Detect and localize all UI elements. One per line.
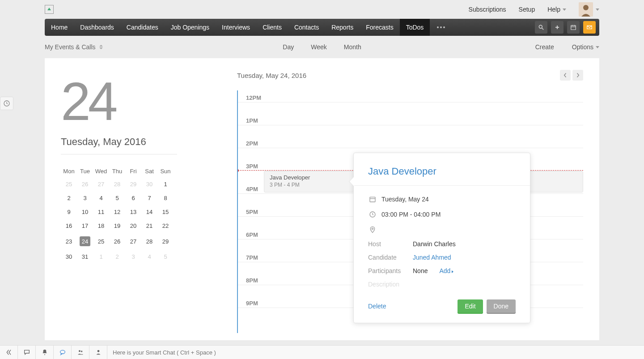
clock-icon (368, 210, 377, 219)
nav-item-dashboards[interactable]: Dashboards (74, 19, 120, 36)
calendar-day[interactable]: 2 (61, 191, 77, 205)
message-bubble-icon[interactable] (54, 346, 72, 359)
calendar-day[interactable]: 24 (77, 233, 93, 250)
view-month[interactable]: Month (344, 36, 361, 58)
calendar-day[interactable]: 22 (157, 219, 174, 233)
calendar-day[interactable]: 30 (61, 250, 77, 264)
description-label: Description (368, 281, 413, 288)
calendar-day[interactable]: 30 (141, 177, 157, 191)
nav-item-interviews[interactable]: Interviews (216, 19, 256, 36)
svg-rect-11 (370, 197, 375, 202)
calendar-day[interactable]: 26 (109, 233, 125, 250)
svg-point-17 (60, 350, 65, 354)
calendar-day[interactable]: 29 (125, 177, 141, 191)
edit-button[interactable]: Edit (458, 299, 483, 313)
calendar-day[interactable]: 29 (157, 233, 174, 250)
svg-point-16 (44, 354, 45, 355)
calendar-day[interactable]: 28 (141, 233, 157, 250)
participants-value: None (413, 267, 428, 274)
popover-time: 03:00 PM - 04:00 PM (381, 211, 441, 218)
calendar-day[interactable]: 15 (157, 205, 174, 219)
calendar-day[interactable]: 11 (93, 205, 109, 219)
svg-point-19 (81, 350, 82, 352)
nav-item-job-openings[interactable]: Job Openings (165, 19, 216, 36)
calendar-day[interactable]: 28 (109, 177, 125, 191)
calendar-day[interactable]: 18 (93, 219, 109, 233)
calendar-day[interactable]: 5 (157, 250, 174, 264)
calendar-day[interactable]: 17 (77, 219, 93, 233)
dow-header: Mon (61, 165, 77, 177)
nav-item-forecasts[interactable]: Forecasts (360, 19, 399, 36)
setup-link[interactable]: Setup (519, 6, 535, 13)
calendar-day[interactable]: 1 (93, 250, 109, 264)
next-day-button[interactable] (572, 70, 583, 81)
calendar-day[interactable]: 8 (157, 191, 174, 205)
chat-icon[interactable] (18, 346, 36, 359)
location-icon (368, 225, 377, 234)
candidate-label: Candidate (368, 254, 413, 261)
clock-tab[interactable] (0, 97, 13, 110)
calendar-day[interactable]: 23 (61, 233, 77, 250)
hour-row: 12PM (238, 102, 583, 103)
dow-header: Sat (141, 165, 157, 177)
smart-chat-input[interactable] (107, 346, 644, 359)
overflow-menu[interactable] (430, 19, 452, 36)
options-dropdown[interactable]: Options (572, 43, 599, 51)
nav-item-candidates[interactable]: Candidates (120, 19, 165, 36)
nav-item-clients[interactable]: Clients (256, 19, 288, 36)
add-icon[interactable] (551, 21, 564, 34)
calendar-day[interactable]: 16 (61, 219, 77, 233)
help-label: Help (547, 6, 560, 13)
calendar-day[interactable]: 12 (109, 205, 125, 219)
calendar-day[interactable]: 13 (125, 205, 141, 219)
user-avatar[interactable] (579, 2, 593, 17)
calendar-day[interactable]: 7 (141, 191, 157, 205)
create-button[interactable]: Create (535, 43, 554, 51)
calendar-icon[interactable] (567, 21, 580, 34)
calendar-day[interactable]: 25 (93, 233, 109, 250)
mail-icon[interactable] (583, 21, 596, 34)
nav-item-contacts[interactable]: Contacts (288, 19, 325, 36)
calendar-day[interactable]: 27 (93, 177, 109, 191)
user-icon[interactable] (89, 346, 107, 359)
calendar-day[interactable]: 3 (125, 250, 141, 264)
calendar-day[interactable]: 3 (77, 191, 93, 205)
done-button[interactable]: Done (487, 299, 516, 313)
view-day[interactable]: Day (283, 36, 294, 58)
dow-header: Tue (77, 165, 93, 177)
calendar-day[interactable]: 4 (93, 191, 109, 205)
calendar-day[interactable]: 1 (157, 177, 174, 191)
calendar-day[interactable]: 9 (61, 205, 77, 219)
events-dropdown[interactable]: My Events & Calls (45, 43, 103, 51)
calendar-day[interactable]: 27 (125, 233, 141, 250)
view-week[interactable]: Week (311, 36, 327, 58)
calendar-day[interactable]: 4 (141, 250, 157, 264)
calendar-day[interactable]: 26 (77, 177, 93, 191)
users-icon[interactable] (72, 346, 89, 359)
calendar-day[interactable]: 19 (109, 219, 125, 233)
host-value: Darwin Charles (413, 240, 456, 248)
delete-button[interactable]: Delete (368, 303, 386, 310)
candidate-link[interactable]: Juned Ahmed (413, 254, 451, 261)
calendar-day[interactable]: 20 (125, 219, 141, 233)
subscriptions-link[interactable]: Subscriptions (469, 6, 506, 13)
help-link[interactable]: Help (547, 6, 566, 13)
search-icon[interactable] (535, 21, 547, 34)
date-long: Tuesday, May 2016 (61, 136, 177, 154)
options-label: Options (572, 43, 593, 51)
calendar-day[interactable]: 10 (77, 205, 93, 219)
nav-item-home[interactable]: Home (45, 19, 74, 36)
calendar-day[interactable]: 2 (109, 250, 125, 264)
calendar-day[interactable]: 25 (61, 177, 77, 191)
calendar-day[interactable]: 14 (141, 205, 157, 219)
bell-icon[interactable] (36, 346, 54, 359)
calendar-day[interactable]: 6 (125, 191, 141, 205)
calendar-day[interactable]: 21 (141, 219, 157, 233)
prev-day-button[interactable] (560, 70, 571, 81)
nav-item-todos[interactable]: ToDos (400, 19, 430, 36)
nav-item-reports[interactable]: Reports (325, 19, 360, 36)
calendar-day[interactable]: 31 (77, 250, 93, 264)
collapse-icon[interactable] (0, 346, 18, 359)
add-participant-button[interactable]: Add (439, 267, 453, 274)
calendar-day[interactable]: 5 (109, 191, 125, 205)
